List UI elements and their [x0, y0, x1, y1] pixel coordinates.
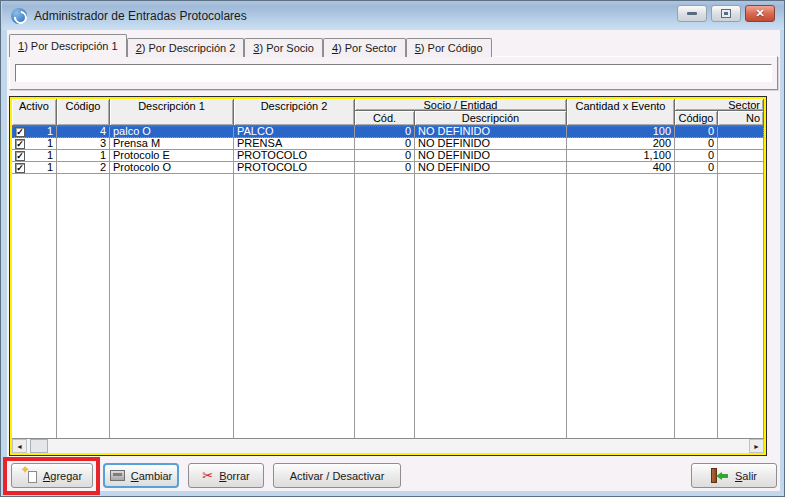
window-controls: ✕: [677, 5, 775, 22]
header-socio-cod[interactable]: Cód.: [355, 111, 415, 125]
tab-por-descripcion-2[interactable]: 2) Por Descripción 2: [127, 38, 245, 57]
header-codigo[interactable]: Código: [57, 99, 110, 125]
table-row[interactable]: ✓1 2 Protocolo O PROTOCOLO 0 NO DEFINIDO…: [12, 162, 764, 174]
header-group-socio-entidad: Socio / Entidad Cód. Descripción: [355, 99, 567, 125]
tab-por-socio[interactable]: 3) Por Socio: [244, 38, 323, 57]
client-area: 1) Por Descripción 1 2) Por Descripción …: [7, 30, 780, 491]
header-descripcion-2[interactable]: Descripción 2: [234, 99, 355, 125]
table-row[interactable]: ✓1 1 Protocolo E PROTOCOLO 0 NO DEFINIDO…: [12, 150, 764, 162]
header-socio-descripcion[interactable]: Descripción: [415, 111, 567, 125]
table-row[interactable]: ✓1 4 palco O PALCO 0 NO DEFINIDO 100 0: [12, 126, 764, 138]
cambiar-label: Cambiar: [131, 470, 173, 482]
agregar-label: Agregar: [43, 470, 82, 482]
cambiar-button[interactable]: Cambiar: [103, 463, 179, 488]
header-sector-codigo[interactable]: Código: [675, 111, 718, 125]
salir-label: Salir: [735, 470, 757, 482]
new-item-icon: ✦: [22, 468, 37, 483]
header-activo[interactable]: Activo: [12, 99, 57, 125]
tab-por-descripcion-1[interactable]: 1) Por Descripción 1: [9, 34, 127, 57]
grid: Activo Código Descripción 1 Descripción …: [12, 99, 764, 453]
grid-empty-area: [12, 174, 764, 438]
search-input[interactable]: [15, 64, 772, 82]
header-sector[interactable]: Sector: [675, 99, 764, 111]
borrar-label: Borrar: [219, 470, 250, 482]
salir-button[interactable]: Salir: [691, 463, 777, 488]
close-icon: ✕: [755, 8, 764, 19]
header-group-sector: Sector Código No: [675, 99, 764, 125]
scroll-right-icon[interactable]: ►: [749, 439, 764, 453]
scrollbar-thumb[interactable]: [30, 439, 48, 453]
tab-strip: 1) Por Descripción 1 2) Por Descripción …: [9, 34, 492, 57]
exit-door-icon: [711, 468, 729, 483]
tab-por-codigo[interactable]: 5) Por Código: [406, 38, 492, 57]
grid-body: ✓1 4 palco O PALCO 0 NO DEFINIDO 100 0 ✓…: [12, 126, 764, 438]
table-row[interactable]: ✓1 3 Prensa M PRENSA 0 NO DEFINIDO 200 0: [12, 138, 764, 150]
app-icon: [11, 8, 27, 24]
checkbox-checked-icon[interactable]: ✓: [15, 127, 25, 137]
titlebar[interactable]: Administrador de Entradas Protocolares ✕: [2, 1, 785, 30]
header-socio-entidad[interactable]: Socio / Entidad: [355, 99, 567, 111]
window-title: Administrador de Entradas Protocolares: [34, 9, 247, 23]
borrar-button[interactable]: ✂ Borrar: [188, 463, 264, 488]
agregar-button[interactable]: ✦ Agregar: [11, 463, 93, 488]
edit-icon: [110, 470, 125, 481]
header-sector-nombre[interactable]: No: [718, 111, 764, 125]
header-cantidad-x-evento[interactable]: Cantidad x Evento: [567, 99, 675, 125]
minimize-icon: [687, 12, 697, 15]
maximize-button[interactable]: [711, 5, 741, 22]
scissors-icon: ✂: [202, 469, 213, 482]
checkbox-checked-icon[interactable]: ✓: [15, 151, 25, 161]
grid-header: Activo Código Descripción 1 Descripción …: [12, 99, 764, 126]
grid-border: Activo Código Descripción 1 Descripción …: [9, 96, 767, 456]
minimize-button[interactable]: [677, 5, 707, 22]
app-window: Administrador de Entradas Protocolares ✕…: [0, 0, 785, 497]
scrollbar-track[interactable]: [48, 439, 749, 453]
activar-desactivar-label: Activar / Desactivar: [290, 470, 385, 482]
activar-desactivar-button[interactable]: Activar / Desactivar: [273, 463, 401, 488]
scroll-left-icon[interactable]: ◄: [12, 439, 27, 453]
checkbox-checked-icon[interactable]: ✓: [15, 163, 25, 173]
header-descripcion-1[interactable]: Descripción 1: [110, 99, 234, 125]
maximize-icon: [721, 9, 731, 18]
tab-page: [9, 56, 778, 90]
tab-por-sector[interactable]: 4) Por Sector: [323, 38, 406, 57]
close-button[interactable]: ✕: [745, 5, 775, 22]
horizontal-scrollbar[interactable]: ◄ ►: [12, 438, 764, 453]
checkbox-checked-icon[interactable]: ✓: [15, 139, 25, 149]
